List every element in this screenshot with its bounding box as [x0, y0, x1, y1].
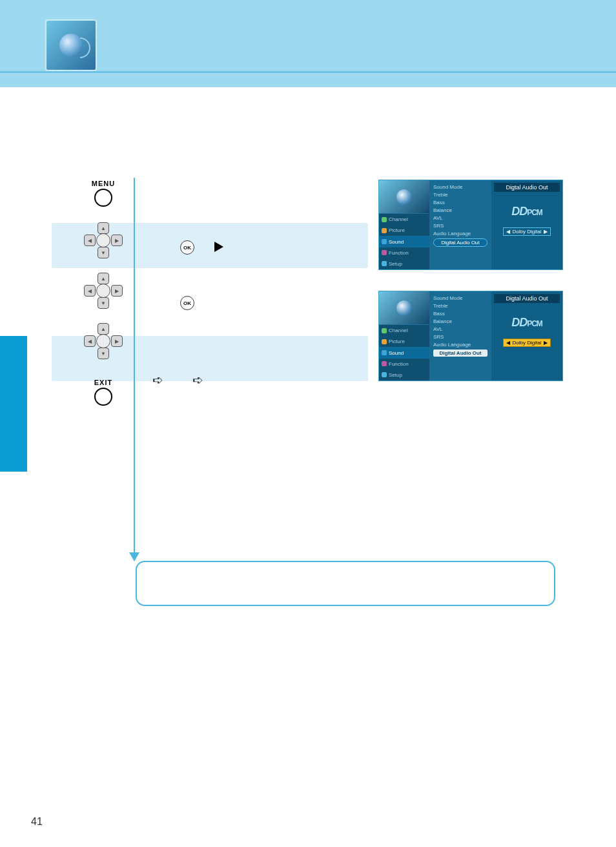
dpad-step-2: ▲ ▼ ◀ ▶ [77, 273, 129, 309]
remote-steps-column: MENU ▲ ▼ ◀ ▶ ▲ ▼ ◀ ▶ ▲ ▼ ◀ ▶ [77, 180, 129, 406]
osd-nav-item: Function [379, 247, 429, 258]
dpad-up-icon: ▲ [98, 323, 109, 335]
osd-menu-item: Balance [433, 319, 488, 324]
dpad-center-icon [96, 284, 110, 298]
page-number: 41 [31, 816, 43, 828]
osd-nav-list: Channel Picture Sound Function Setup [379, 214, 429, 269]
osd-thumbnail-icon [379, 291, 429, 325]
osd-menu-column: Sound Mode Treble Bass Balance AVL SRS A… [429, 291, 491, 381]
osd-screenshot-2: Channel Picture Sound Function Setup Sou… [378, 291, 563, 381]
osd-thumbnail-icon [379, 180, 429, 214]
dpad-down-icon: ▼ [98, 297, 109, 309]
dpad-right-icon: ▶ [111, 285, 123, 297]
osd-nav-list: Channel Picture Sound Function Setup [379, 325, 429, 381]
osd-menu-item: SRS [433, 334, 488, 340]
osd-nav-item: Setup [379, 258, 429, 269]
menu-circle-icon [94, 189, 112, 207]
osd-nav-column: Channel Picture Sound Function Setup [379, 180, 429, 269]
osd-nav-column: Channel Picture Sound Function Setup [379, 291, 429, 381]
osd-panel-title: Digtal Audio Out [494, 183, 560, 192]
ok-button-icon: OK [180, 240, 194, 255]
dpad-down-icon: ▼ [98, 247, 109, 258]
dpad-down-icon: ▼ [98, 348, 109, 359]
dpad-center-icon [96, 334, 110, 348]
arrow-right-icon: ➪ [152, 372, 163, 388]
dpad-left-icon: ◀ [84, 335, 96, 347]
note-box [136, 561, 555, 606]
ok-label: OK [183, 245, 191, 251]
osd-option-value: ◀ Dolby Digital ▶ [503, 227, 551, 236]
osd-menu-item: Treble [433, 192, 488, 198]
osd-nav-item: Picture [379, 225, 429, 236]
flow-line [134, 178, 135, 554]
side-tab [0, 336, 27, 472]
dpad-icon: ▲ ▼ ◀ ▶ [84, 222, 123, 258]
dpad-icon: ▲ ▼ ◀ ▶ [84, 323, 123, 359]
flow-arrowhead-icon [129, 552, 139, 561]
osd-nav-item: Picture [379, 336, 429, 347]
dpad-left-icon: ◀ [84, 285, 96, 297]
osd-menu-item: Bass [433, 200, 488, 205]
exit-circle-icon [94, 388, 112, 406]
osd-menu-item: SRS [433, 223, 488, 229]
osd-menu-item: Treble [433, 303, 488, 309]
ok-label: OK [183, 300, 191, 306]
osd-menu-item: Audio Language [433, 342, 488, 348]
osd-detail-column: Digtal Audio Out DDPCM ◀ Dolby Digital ▶ [491, 291, 562, 381]
dolby-pcm-logo-icon: DDPCM [511, 205, 542, 218]
dpad-left-icon: ◀ [84, 235, 96, 246]
osd-menu-item-highlighted: Digital Audio Out [433, 350, 488, 357]
osd-menu-item: Sound Mode [433, 184, 488, 190]
speaker-icon [45, 19, 97, 71]
osd-menu-item-highlighted: Digital Audio Out [433, 238, 488, 247]
dpad-step-1: ▲ ▼ ◀ ▶ [77, 222, 129, 258]
chevron-left-icon: ◀ [506, 229, 510, 235]
speaker-shape [59, 34, 83, 57]
osd-nav-item: Setup [379, 370, 429, 381]
osd-menu-item: Balance [433, 207, 488, 213]
osd-nav-item: Function [379, 359, 429, 370]
osd-option-value-active: ◀ Dolby Digital ▶ [503, 339, 551, 347]
osd-nav-item-selected: Sound [379, 347, 429, 358]
dpad-icon: ▲ ▼ ◀ ▶ [84, 273, 123, 309]
header-divider [0, 71, 616, 73]
osd-menu-item: Sound Mode [433, 295, 488, 301]
osd-nav-item: Channel [379, 325, 429, 336]
dpad-up-icon: ▲ [98, 222, 109, 234]
dpad-up-icon: ▲ [98, 273, 109, 284]
osd-menu-item: AVL [433, 326, 488, 332]
chevron-right-icon: ▶ [544, 340, 548, 346]
menu-label: MENU [92, 180, 115, 187]
osd-nav-item-selected: Sound [379, 236, 429, 247]
dpad-right-icon: ▶ [111, 235, 123, 246]
dpad-right-icon: ▶ [111, 335, 123, 347]
osd-menu-item: Bass [433, 311, 488, 317]
osd-menu-item: Audio Language [433, 231, 488, 236]
chevron-left-icon: ◀ [506, 340, 510, 346]
osd-nav-item: Channel [379, 214, 429, 225]
dolby-pcm-logo-icon: DDPCM [511, 316, 542, 329]
osd-menu-column: Sound Mode Treble Bass Balance AVL SRS A… [429, 180, 491, 269]
arrow-right-icon: ➪ [192, 372, 203, 388]
osd-menu-item: AVL [433, 215, 488, 221]
ok-button-icon: OK [180, 296, 194, 310]
dpad-center-icon [96, 233, 110, 247]
osd-panel-title: Digtal Audio Out [494, 294, 560, 303]
exit-label: EXIT [94, 379, 112, 386]
chevron-right-icon: ▶ [544, 229, 548, 235]
osd-detail-column: Digtal Audio Out DDPCM ◀ Dolby Digital ▶ [491, 180, 562, 269]
remote-menu-button: MENU [77, 180, 129, 207]
remote-exit-button: EXIT [77, 379, 129, 406]
play-triangle-icon [214, 242, 223, 252]
osd-screenshot-1: Channel Picture Sound Function Setup Sou… [378, 180, 563, 270]
dpad-step-3: ▲ ▼ ◀ ▶ [77, 323, 129, 359]
